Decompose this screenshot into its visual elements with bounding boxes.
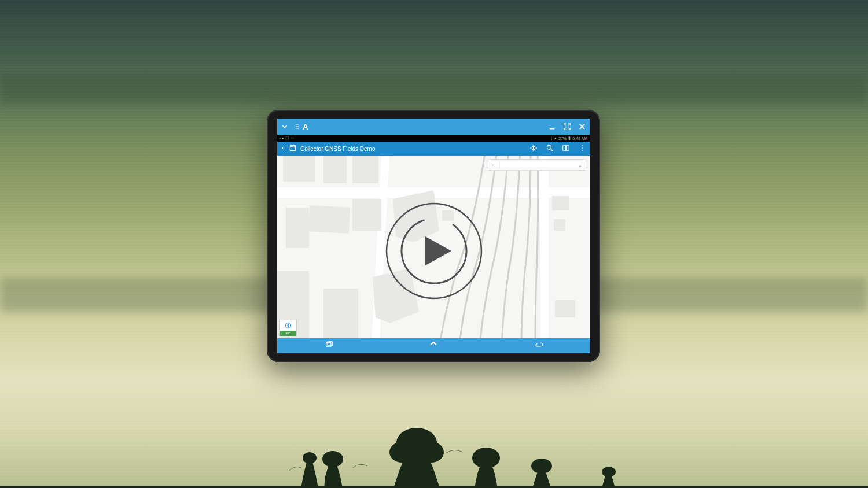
svg-point-0	[322, 451, 343, 467]
android-nav-bar	[277, 338, 590, 353]
battery-text: 27%	[558, 136, 567, 141]
svg-point-26	[582, 145, 583, 146]
svg-point-7	[602, 467, 616, 477]
svg-point-6	[531, 459, 552, 474]
svg-rect-50	[328, 342, 332, 346]
svg-point-28	[582, 150, 583, 151]
more-icon[interactable]	[578, 144, 586, 153]
back-icon[interactable]	[281, 145, 285, 152]
fullscreen-icon[interactable]	[563, 123, 571, 131]
svg-rect-49	[326, 343, 331, 347]
svg-rect-37	[308, 205, 350, 234]
svg-point-1	[303, 452, 317, 464]
app-header: Collector GNSS Fields Demo	[277, 142, 590, 156]
svg-marker-53	[425, 236, 451, 265]
plus-icon[interactable]: +	[488, 162, 500, 168]
recent-apps-button[interactable]	[324, 341, 334, 351]
back-button[interactable]	[532, 341, 543, 351]
chevron-down-icon[interactable]: ⌄	[574, 162, 586, 168]
svg-point-22	[547, 145, 551, 149]
svg-rect-32	[540, 156, 549, 338]
svg-point-4	[418, 442, 444, 463]
close-icon[interactable]	[578, 123, 586, 131]
mirror-app-toolbar: A	[277, 119, 590, 135]
svg-rect-44	[554, 219, 565, 231]
list-icon[interactable]: A	[295, 123, 308, 131]
minimize-icon[interactable]	[548, 123, 556, 131]
map-attribution: esri	[279, 320, 297, 336]
svg-marker-48	[288, 324, 289, 328]
svg-point-17	[533, 147, 534, 148]
svg-rect-34	[323, 156, 347, 183]
cloud-band	[0, 75, 868, 104]
app-title: Collector GNSS Fields Demo	[300, 146, 375, 152]
svg-point-5	[472, 448, 500, 468]
map-icon[interactable]	[289, 144, 297, 153]
video-play-button[interactable]	[382, 199, 486, 303]
svg-rect-35	[352, 156, 378, 183]
svg-line-23	[551, 149, 553, 151]
mirror-letter-label: A	[303, 123, 308, 131]
signal-icon: ▴	[554, 136, 557, 141]
svg-rect-36	[286, 208, 309, 248]
search-icon[interactable]	[546, 144, 554, 153]
svg-rect-38	[352, 199, 381, 231]
layers-icon[interactable]	[562, 144, 570, 153]
bluetooth-icon: ᛒ	[550, 136, 553, 141]
chevron-down-icon[interactable]	[281, 123, 289, 131]
battery-icon: ▮	[568, 136, 571, 141]
android-status-bar: ◦ ▸ ⬚ ⋯ ᛒ ▴ 27% ▮ 6:48 AM	[277, 135, 590, 142]
tree-silhouette	[0, 419, 868, 488]
clock-text: 6:48 AM	[572, 136, 587, 141]
svg-rect-33	[283, 156, 315, 182]
svg-point-27	[582, 147, 583, 149]
attribution-label: esri	[280, 331, 296, 336]
svg-rect-25	[567, 146, 569, 150]
svg-point-3	[389, 442, 415, 463]
gps-target-icon[interactable]	[529, 144, 538, 153]
svg-rect-8	[0, 486, 868, 488]
svg-rect-45	[555, 300, 575, 317]
svg-rect-43	[552, 196, 569, 210]
home-button[interactable]	[428, 341, 439, 351]
svg-rect-41	[323, 289, 358, 338]
status-icons-left: ◦ ▸ ⬚ ⋯	[279, 136, 295, 141]
layer-picker[interactable]: + ⌄	[488, 159, 586, 171]
svg-rect-24	[563, 146, 566, 150]
compass-icon	[284, 321, 292, 330]
